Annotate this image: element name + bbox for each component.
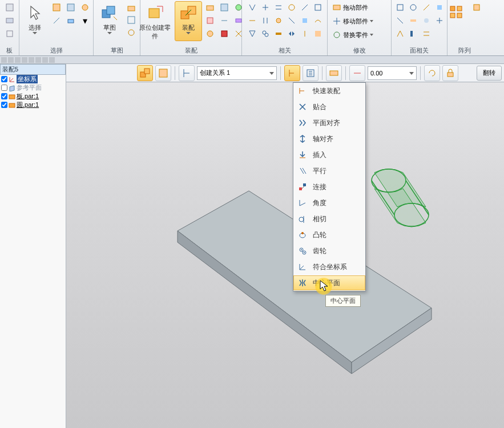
tb-btn-6[interactable]: [326, 65, 342, 81]
fc-4[interactable]: [433, 1, 446, 14]
rel-10[interactable]: [285, 14, 299, 27]
board-btn3[interactable]: [3, 27, 17, 40]
tb-btn-5[interactable]: [303, 65, 318, 81]
rel-16[interactable]: [285, 27, 299, 40]
asm-sm-4[interactable]: [203, 14, 217, 27]
fc-11[interactable]: [420, 27, 433, 40]
menu-parallel[interactable]: 平行: [293, 163, 365, 179]
fc-5[interactable]: [393, 14, 407, 27]
sk-sm-3[interactable]: [124, 26, 138, 39]
part-cylinder: [372, 169, 429, 227]
menu-coordsys[interactable]: 符合坐标系: [293, 259, 365, 275]
viewport-scene: [66, 82, 504, 428]
rel-1[interactable]: [245, 1, 259, 14]
fc-2[interactable]: [406, 1, 420, 14]
menu-angle[interactable]: 角度: [293, 195, 365, 211]
fc-1[interactable]: [393, 1, 407, 14]
sel-sm-6[interactable]: ▾: [78, 14, 92, 27]
sk-sm-1[interactable]: [124, 1, 138, 14]
rel-18[interactable]: [311, 27, 325, 40]
svg-rect-12: [149, 9, 159, 18]
flip-button[interactable]: 翻转: [477, 66, 502, 81]
rel-17[interactable]: [298, 27, 312, 40]
menu-insert[interactable]: 插入: [293, 147, 365, 163]
sel-sm-5[interactable]: [64, 14, 78, 27]
tb-lock[interactable]: [442, 65, 458, 81]
value-combo[interactable]: 0.00: [368, 66, 417, 80]
rel-15[interactable]: [272, 27, 285, 40]
tb-rotate[interactable]: [424, 65, 440, 81]
sketch-button[interactable]: 草图: [96, 1, 123, 41]
tb-assembly-icon[interactable]: [137, 65, 153, 81]
tb-btn-3[interactable]: [179, 65, 195, 81]
ribbon-group-assembly: 原位创建零件 装配 装配: [140, 0, 242, 55]
rel-4[interactable]: [285, 1, 299, 14]
rel-6[interactable]: [311, 1, 325, 14]
menu-cam[interactable]: 凸轮: [293, 227, 365, 243]
move-part-button[interactable]: 移动部件: [330, 15, 376, 27]
part-icon: [9, 93, 15, 100]
array-button[interactable]: [446, 1, 469, 41]
asm-sm-7[interactable]: [203, 27, 217, 40]
rel-5[interactable]: [298, 1, 312, 14]
tree-check[interactable]: [1, 76, 7, 82]
sel-sm-2[interactable]: [64, 1, 78, 14]
svg-rect-56: [299, 187, 302, 190]
fc-10[interactable]: [406, 27, 420, 40]
tb-btn-2[interactable]: [155, 65, 171, 81]
asm-sm-5[interactable]: [217, 14, 231, 27]
fc-6[interactable]: [406, 14, 420, 27]
menu-axial-align[interactable]: 轴对齐: [293, 131, 365, 147]
tb-constraint-type[interactable]: [284, 65, 300, 81]
asm-sm-1[interactable]: [203, 1, 217, 14]
create-part-button[interactable]: 原位创建零件: [137, 1, 174, 41]
rel-7[interactable]: [245, 14, 259, 27]
arr-sm[interactable]: [470, 1, 483, 14]
sel-sm-3[interactable]: [78, 1, 92, 14]
relation-combo[interactable]: 创建关系 1: [197, 66, 277, 80]
replace-part-button[interactable]: 替换零件: [330, 29, 376, 41]
rel-11[interactable]: [298, 14, 312, 27]
board-btn[interactable]: [3, 1, 17, 14]
rel-12[interactable]: [311, 14, 325, 27]
sel-sm-4[interactable]: [50, 14, 63, 27]
menu-tangent[interactable]: 相切: [293, 211, 365, 227]
menu-center-plane[interactable]: 中心平面: [293, 275, 365, 290]
rel-3[interactable]: [272, 1, 285, 14]
svg-rect-33: [397, 5, 403, 10]
menu-gear[interactable]: 齿轮: [293, 243, 365, 259]
asm-sm-2[interactable]: [217, 1, 231, 14]
fc-9[interactable]: [393, 27, 407, 40]
tb-btn-7[interactable]: [349, 65, 365, 81]
plane-icon: [9, 85, 15, 91]
fc-3[interactable]: [420, 1, 433, 14]
rel-14[interactable]: [259, 27, 272, 40]
tree-item-circle[interactable]: 圆.par:1: [0, 101, 66, 109]
board-btn2[interactable]: [3, 14, 17, 27]
viewport[interactable]: 创建关系 1 0.00 翻转 快速装配 贴合: [66, 64, 504, 428]
select-button[interactable]: 选择: [21, 1, 49, 41]
tangent-icon: [297, 213, 308, 225]
asm-sm-8[interactable]: [217, 27, 231, 40]
rel-8[interactable]: [259, 14, 272, 27]
tree-check[interactable]: [1, 85, 7, 91]
menu-connect[interactable]: 连接: [293, 179, 365, 195]
tree-item-board[interactable]: 板.par:1: [0, 92, 66, 101]
tree-item-refplane[interactable]: 参考平面: [0, 83, 66, 92]
ribbon-group-select: 选择 ▾ 选择: [19, 0, 94, 55]
menu-quick-assembly[interactable]: 快速装配: [293, 83, 365, 99]
fc-7[interactable]: [420, 14, 433, 27]
drag-part-button[interactable]: 拖动部件: [330, 1, 370, 14]
sel-sm-1[interactable]: [50, 1, 63, 14]
rel-9[interactable]: [272, 14, 285, 27]
tree-check[interactable]: [1, 93, 7, 99]
menu-mate[interactable]: 贴合: [293, 99, 365, 115]
menu-planar-align[interactable]: 平面对齐: [293, 115, 365, 131]
rel-2[interactable]: [259, 1, 272, 14]
tree-check[interactable]: [1, 102, 7, 108]
assembly-button[interactable]: 装配: [175, 1, 202, 41]
rel-13[interactable]: [245, 27, 259, 40]
fc-8[interactable]: [433, 14, 446, 27]
tree-item-coordsys[interactable]: 坐标系: [0, 75, 66, 83]
sk-sm-2[interactable]: [124, 14, 138, 26]
